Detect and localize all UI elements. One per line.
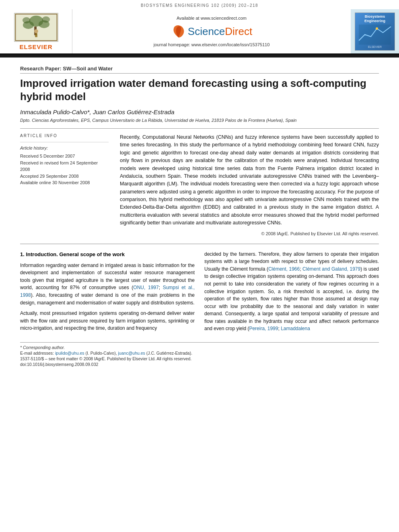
- journal-header: BIOSYSTEMS ENGINEERING 102 (2009) 202–21…: [0, 0, 399, 54]
- journal-top-bar: BIOSYSTEMS ENGINEERING 102 (2009) 202–21…: [0, 2, 399, 9]
- divider-after-affiliation: [20, 128, 379, 129]
- available-online-date: Available online 30 November 2008: [20, 179, 109, 186]
- revised-date-1: Received in revised form 24 September 20…: [20, 160, 109, 173]
- ref-lamaddalena[interactable]: Lamaddalena: [281, 326, 310, 331]
- black-separator-bar: [0, 54, 399, 58]
- doi-line: doi:10.1016/j.biosystemseng.2008.09.032: [20, 362, 379, 367]
- article-info-divider: [20, 142, 109, 142]
- email-ipulido[interactable]: ipulido@uhu.es: [55, 351, 84, 355]
- elsevier-label: ELSEVIER: [19, 43, 52, 50]
- cover-title-line2: Engineering: [364, 19, 385, 23]
- ref-clement-galand-1979[interactable]: Clément and Galand, 1979: [302, 266, 360, 272]
- received-date: Received 5 December 2007: [20, 153, 109, 160]
- body-columns: 1. Introduction. General scope of the wo…: [20, 251, 379, 336]
- section1-col1-para2: Actually, most pressurised irrigation sy…: [20, 310, 195, 332]
- journal-cover-image: Biosystems Engineering ELSEVIER: [355, 12, 395, 51]
- sciencedirect-block: Available at www.sciencedirect.com Scien…: [72, 9, 351, 53]
- header-logos-row: ELSEVIER Available at www.sciencedirect.…: [0, 9, 399, 53]
- cover-elsevier-badge: ELSEVIER: [368, 45, 382, 48]
- sciencedirect-logo: ScienceDirect: [171, 24, 252, 39]
- article-info-title: ARTICLE INFO: [20, 134, 109, 138]
- section1-col1-para1: Information regarding water demand in ir…: [20, 262, 195, 307]
- authors-text: Inmaculada Pulido-Calvo*, Juan Carlos Gu…: [20, 109, 175, 115]
- page-wrapper: BIOSYSTEMS ENGINEERING 102 (2009) 202–21…: [0, 0, 399, 376]
- cover-title-line1: Biosystems: [365, 14, 385, 19]
- abstract-column: Recently, Computational Neural Networks …: [120, 134, 379, 237]
- paper-title: Improved irrigation water demand forecas…: [20, 77, 379, 103]
- section1-heading: 1. Introduction. General scope of the wo…: [20, 251, 195, 259]
- email-juanc[interactable]: juanc@uhu.es: [118, 351, 145, 355]
- journal-homepage-text: journal homepage: www.elsevier.com/locat…: [154, 42, 270, 47]
- journal-cover-block: Biosystems Engineering ELSEVIER: [351, 9, 399, 53]
- ref-onu1997[interactable]: ONU, 1997: [133, 285, 158, 290]
- article-info-column: ARTICLE INFO Article history: Received 5…: [20, 134, 109, 237]
- corresponding-author-note: * Corresponding author.: [20, 345, 379, 350]
- email-addresses-line: E-mail addresses: ipulido@uhu.es (I. Pul…: [20, 351, 379, 355]
- ref-pereira1999[interactable]: Pereira, 1999: [249, 326, 278, 331]
- elsevier-logo-block: ELSEVIER: [0, 9, 72, 53]
- body-left-column: 1. Introduction. General scope of the wo…: [20, 251, 195, 336]
- issn-line: 1537-5110/$ – see front matter © 2008 IA…: [20, 356, 379, 361]
- svg-point-11: [376, 27, 378, 30]
- accepted-date: Accepted 29 September 2008: [20, 173, 109, 180]
- svg-point-7: [34, 29, 38, 33]
- sciencedirect-text: ScienceDirect: [188, 25, 252, 38]
- ref-sumpsi1998[interactable]: Sumpsi et al., 1998: [20, 285, 195, 298]
- article-history-label: Article history:: [20, 146, 109, 150]
- main-content: Research Paper: SW—Soil and Water Improv…: [0, 58, 399, 376]
- sciencedirect-leaf-icon: [171, 24, 186, 39]
- svg-rect-8: [35, 33, 37, 37]
- footer-notes: * Corresponding author. E-mail addresses…: [20, 342, 379, 367]
- copyright-line: © 2008 IAgrE. Published by Elsevier Ltd.…: [120, 230, 379, 237]
- svg-rect-10: [359, 25, 391, 45]
- svg-point-6: [42, 16, 49, 23]
- section-divider: [20, 244, 379, 244]
- abstract-text: Recently, Computational Neural Networks …: [120, 134, 379, 227]
- ref-clement1966[interactable]: Clément, 1966: [268, 266, 300, 272]
- section1-col2-para1: decided by the farmers. Therefore, they …: [204, 251, 379, 333]
- article-info-abstract-columns: ARTICLE INFO Article history: Received 5…: [20, 134, 379, 237]
- affiliation: Dpto. Ciencias Agroforestales, EPS, Camp…: [20, 118, 379, 123]
- svg-point-5: [22, 17, 30, 23]
- elsevier-tree-icon: [14, 13, 58, 42]
- research-paper-label: Research Paper: SW—Soil and Water: [20, 66, 379, 74]
- authors: Inmaculada Pulido-Calvo*, Juan Carlos Gu…: [20, 109, 379, 115]
- journal-citation: BIOSYSTEMS ENGINEERING 102 (2009) 202–21…: [141, 3, 258, 8]
- cover-graphic-icon: [359, 25, 391, 45]
- available-at-text: Available at www.sciencedirect.com: [177, 16, 247, 21]
- body-right-column: decided by the farmers. Therefore, they …: [204, 251, 379, 336]
